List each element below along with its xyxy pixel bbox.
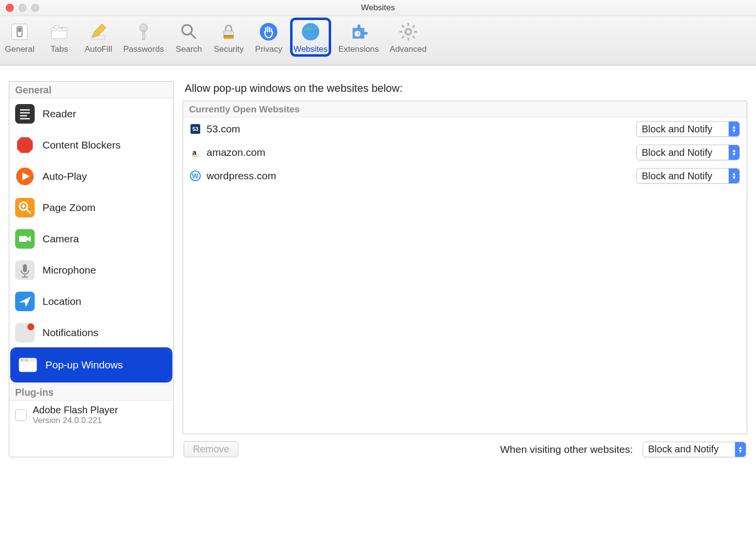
chevron-updown-icon: ▲▼ [729, 169, 739, 183]
site-name: amazon.com [207, 147, 630, 158]
sidebar-item-auto-play[interactable]: Auto-Play [9, 161, 173, 192]
toolbar-websites[interactable]: Websites [292, 19, 330, 55]
magnifier-icon [178, 21, 200, 43]
svg-text:W: W [192, 172, 199, 180]
svg-rect-9 [143, 36, 147, 37]
svg-rect-29 [23, 264, 27, 272]
remove-button[interactable]: Remove [184, 441, 238, 457]
location-arrow-icon [15, 292, 35, 311]
detail-panel: Allow pop-up windows on the websites bel… [183, 81, 747, 457]
sidebar-item-label: Auto-Play [42, 170, 87, 182]
plugin-name: Adobe Flash Player [33, 405, 118, 416]
globe-icon [300, 21, 321, 43]
toolbar-label: Passwords [123, 44, 164, 54]
zoom-icon [15, 198, 35, 217]
toolbar-autofill[interactable]: AutoFill [82, 19, 114, 55]
svg-point-18 [407, 30, 410, 33]
sidebar-item-label: Microphone [42, 264, 96, 276]
hand-circle-icon [258, 21, 279, 43]
svg-point-36 [21, 360, 23, 361]
sidebar-item-content-blockers[interactable]: Content Blockers [9, 129, 173, 161]
policy-value: Block and Notify [642, 124, 729, 135]
sidebar-item-reader[interactable]: Reader [9, 98, 173, 129]
site-name: wordpress.com [207, 170, 630, 182]
preferences-toolbar: General + Tabs AutoFill Passwords Search… [0, 16, 756, 65]
reader-icon [15, 104, 35, 124]
toolbar-label: Tabs [51, 44, 68, 54]
toolbar-label: Extensions [338, 44, 379, 54]
toolbar-general[interactable]: General [3, 19, 36, 55]
sidebar-item-location[interactable]: Location [9, 286, 173, 317]
puzzle-compass-icon [348, 21, 369, 43]
chevron-updown-icon: ▲▼ [729, 122, 739, 136]
play-circle-icon [15, 167, 35, 186]
sidebar-item-notifications[interactable]: Notifications [9, 317, 173, 348]
toolbar-privacy[interactable]: Privacy [252, 19, 285, 55]
toolbar-advanced[interactable]: Advanced [388, 19, 429, 55]
svg-text:53: 53 [192, 126, 198, 132]
switch-icon [9, 21, 30, 43]
websites-list-box: Currently Open Websites 53 53.com Block … [183, 101, 747, 434]
svg-rect-26 [19, 236, 27, 242]
toolbar-label: Advanced [390, 44, 427, 54]
site-name: 53.com [207, 123, 630, 135]
window-icon [18, 355, 38, 375]
toolbar-security[interactable]: Security [212, 19, 246, 55]
sidebar-group-general: General [9, 82, 173, 98]
minimize-window-button[interactable] [19, 4, 26, 12]
site-favicon-icon: W [190, 170, 201, 181]
key-icon [133, 21, 154, 43]
policy-dropdown[interactable]: Block and Notify ▲▼ [636, 145, 740, 160]
detail-heading: Allow pop-up windows on the websites bel… [183, 81, 747, 101]
window-title: Websites [361, 3, 395, 13]
microphone-icon [15, 260, 35, 280]
policy-value: Block and Notify [642, 147, 729, 158]
stop-sign-icon [15, 135, 35, 155]
svg-rect-3 [51, 28, 67, 39]
svg-point-37 [24, 360, 25, 361]
sidebar-item-camera[interactable]: Camera [9, 223, 173, 255]
zoom-window-button[interactable] [31, 4, 39, 12]
svg-rect-12 [224, 36, 233, 39]
svg-point-10 [182, 25, 192, 35]
svg-text:a: a [192, 148, 197, 156]
notification-icon [15, 323, 35, 342]
toolbar-search[interactable]: Search [173, 19, 205, 55]
section-currently-open: Currently Open Websites [183, 101, 747, 117]
toolbar-label: General [5, 44, 34, 54]
policy-dropdown[interactable]: Block and Notify ▲▼ [636, 121, 740, 137]
svg-rect-4 [54, 26, 59, 29]
toolbar-tabs[interactable]: + Tabs [43, 19, 75, 55]
chevron-updown-icon: ▲▼ [729, 145, 739, 160]
titlebar: Websites [0, 0, 756, 16]
svg-point-33 [27, 323, 34, 330]
chevron-updown-icon: ▲▼ [735, 442, 746, 457]
sidebar-item-popup-windows[interactable]: Pop-up Windows [12, 349, 170, 381]
site-row[interactable]: W wordpress.com Block and Notify ▲▼ [183, 164, 747, 188]
default-policy-dropdown[interactable]: Block and Notify ▲▼ [643, 442, 746, 457]
toolbar-label: AutoFill [84, 44, 112, 54]
toolbar-passwords[interactable]: Passwords [121, 19, 166, 55]
close-window-button[interactable] [6, 4, 14, 12]
site-row[interactable]: a amazon.com Block and Notify ▲▼ [183, 141, 747, 164]
svg-text:+: + [61, 26, 63, 31]
policy-value: Block and Notify [642, 170, 729, 182]
padlock-icon [218, 21, 239, 43]
toolbar-extensions[interactable]: Extensions [336, 19, 381, 55]
sidebar-item-label: Camera [42, 233, 79, 245]
toolbar-label: Privacy [255, 44, 282, 54]
policy-dropdown[interactable]: Block and Notify ▲▼ [636, 168, 740, 184]
sidebar-item-microphone[interactable]: Microphone [9, 255, 173, 286]
sidebar-item-page-zoom[interactable]: Page Zoom [9, 192, 173, 223]
svg-rect-2 [18, 28, 21, 32]
other-websites-label: When visiting other websites: [500, 444, 633, 455]
plugin-row-flash[interactable]: Adobe Flash Player Version 24.0.0.221 [9, 401, 173, 429]
svg-rect-19 [15, 104, 35, 124]
policy-value: Block and Notify [648, 444, 735, 455]
site-row[interactable]: 53 53.com Block and Notify ▲▼ [183, 117, 747, 141]
content-area: General Reader Content Blockers Auto-Pla… [0, 65, 756, 467]
sidebar-item-label: Location [42, 296, 81, 307]
plugin-enable-checkbox[interactable] [15, 409, 27, 421]
toolbar-label: Search [176, 44, 202, 54]
pencil-form-icon [87, 21, 109, 43]
